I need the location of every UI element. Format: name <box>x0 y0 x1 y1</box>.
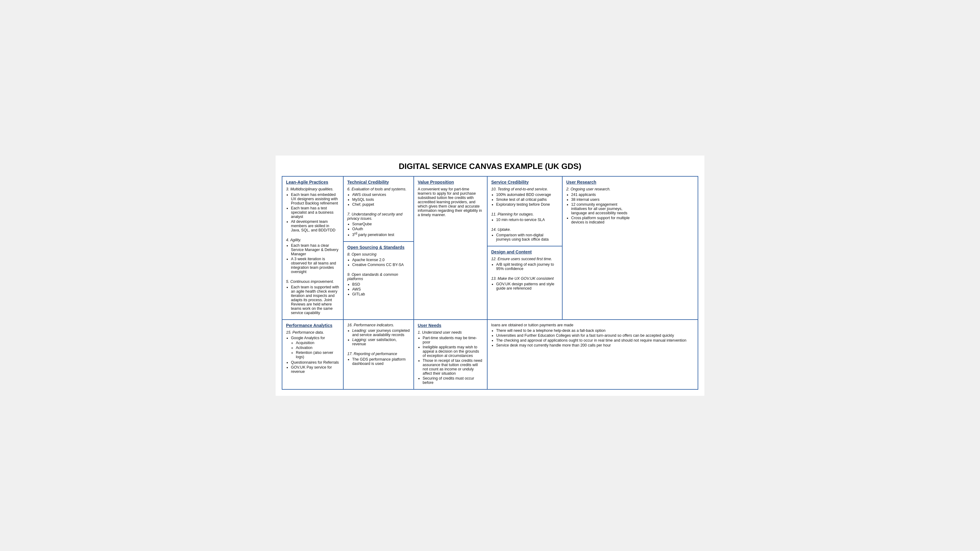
list-item: GOV.UK design patterns and style guide a… <box>496 282 558 291</box>
list-item: 241 applicants <box>571 192 631 197</box>
list-item: 38 internal users <box>571 197 631 202</box>
list-item: MySQL tools <box>352 197 410 202</box>
list-item: SonarQube <box>352 222 410 226</box>
open-sourcing-heading: Open Sourcing & Standards <box>347 245 410 250</box>
list-item: 3rd party penetration test <box>352 232 410 237</box>
list-item: Universities and Further Education Colle… <box>496 333 694 338</box>
list-item: AWS <box>352 287 410 291</box>
service-list1: 100% automated BDD coverage Smoke test o… <box>496 192 558 206</box>
open-list2: BSD AWS GITLab <box>352 282 410 296</box>
list-item: Those in receipt of tax credits need ass… <box>423 359 483 376</box>
lean-agile-heading: Lean-Agile Practices <box>286 180 339 184</box>
service-credibility-cell: Service Credibility 10. Testing of end-t… <box>488 176 562 246</box>
open-p1: 8. Open sourcing <box>347 252 410 257</box>
ur-p1: 2. Ongoing user research. <box>566 187 631 191</box>
ur-list1: 241 applicants 38 internal users 12 comm… <box>571 192 631 224</box>
lean-agile-list2: Each team has a clear Service Manager & … <box>291 243 339 274</box>
list-item: Apache license 2.0 <box>352 258 410 262</box>
user-needs-left-cell: User Needs 1. Understand user needs Part… <box>414 320 488 389</box>
tech-list2: SonarQube OAuth 3rd party penetration te… <box>352 222 410 237</box>
list-item: There will need to be a telephone help-d… <box>496 329 694 333</box>
design-p2: 13. Make the UX GOV.UK consistent <box>491 276 558 281</box>
service-p1: 10. Testing of end-to-end service. <box>491 187 558 191</box>
list-item: OAuth <box>352 227 410 231</box>
list-item: Retention (also server logs) <box>296 351 339 359</box>
value-heading: Value Proposition <box>418 180 483 184</box>
user-needs-right-cell: loans are obtained or tuition payments a… <box>488 320 698 389</box>
list-item: Creative Commons CC BY-SA <box>352 263 410 267</box>
list-item: Lagging: user satisfaction, revenue <box>352 338 410 346</box>
list-item: All development team members are skilled… <box>291 219 339 232</box>
user-needs-heading: User Needs <box>418 323 483 328</box>
list-item: The checking and approval of application… <box>496 338 694 343</box>
list-item: Part-time students may be time-poor <box>423 336 483 345</box>
technical-credibility-cell: Technical Credibility 6. Evaluation of t… <box>344 176 414 242</box>
list-item: Smoke test of all critical paths <box>496 197 558 202</box>
tech-open-stack: Technical Credibility 6. Evaluation of t… <box>344 176 414 319</box>
lean-agile-p1: 3. Multidisciplinary qualities. <box>286 187 339 191</box>
list-item: 10 min return-to-service SLA <box>496 218 558 222</box>
service-p3: 14. Uptake. <box>491 227 558 232</box>
list-item: Chef, puppet <box>352 202 410 206</box>
list-item: Each team has a test specialist and a bu… <box>291 206 339 219</box>
list-item: AWS cloud services <box>352 192 410 197</box>
page-wrapper: DIGITAL SERVICE CANVAS EXAMPLE (UK GDS) … <box>275 156 705 396</box>
user-needs-section: User Needs 1. Understand user needs Part… <box>414 320 698 389</box>
value-proposition-cell: Value Proposition A convenient way for p… <box>414 176 488 319</box>
list-item: Comparison with non-digital journeys usi… <box>496 233 558 241</box>
design-list1: A/B split testing of each journey to 95%… <box>496 262 558 271</box>
service-list3: Comparison with non-digital journeys usi… <box>496 233 558 241</box>
list-item: Each team has a clear Service Manager & … <box>291 243 339 256</box>
list-item: Each team is supported with an agile hea… <box>291 285 339 315</box>
performance-analytics-section: Performance Analytics 15. Performance da… <box>282 320 414 389</box>
performance-heading: Performance Analytics <box>286 323 339 328</box>
user-research-heading: User Research <box>566 180 631 184</box>
technical-heading: Technical Credibility <box>347 180 410 184</box>
design-content-heading: Design and Content <box>491 249 558 254</box>
page-title: DIGITAL SERVICE CANVAS EXAMPLE (UK GDS) <box>282 162 698 171</box>
list-item: A/B split testing of each journey to 95%… <box>496 262 558 271</box>
tech-list1: AWS cloud services MySQL tools Chef, pup… <box>352 192 410 206</box>
lean-agile-list1: Each team has embedded UX designers assi… <box>291 192 339 232</box>
service-p2: 11. Planning for outages. <box>491 212 558 216</box>
list-item: Questionnaires for Referrals <box>291 360 339 365</box>
list-item: Ineligible applicants may wish to appeal… <box>423 345 483 358</box>
list-item: Securing of credits must occur before <box>423 376 483 385</box>
service-list2: 10 min return-to-service SLA <box>496 218 558 222</box>
perf-list1: Google Analytics for Acquisition Activat… <box>291 336 339 374</box>
tech-p2: 7. Understanding of security and privacy… <box>347 212 410 221</box>
list-item: Google Analytics for Acquisition Activat… <box>291 336 339 359</box>
lean-agile-p2: 4. Agility. <box>286 238 339 242</box>
open-p2: 9. Open standards & common platforms <box>347 272 410 281</box>
list-item: Cross platform support for multiple devi… <box>571 216 631 224</box>
perf-left-cell: Performance Analytics 15. Performance da… <box>282 320 344 389</box>
user-research-cell: User Research 2. Ongoing user research. … <box>563 176 635 319</box>
list-item: Exploratory testing before Done <box>496 202 558 206</box>
bottom-row: Performance Analytics 15. Performance da… <box>282 320 698 389</box>
tech-p1: 6. Evaluation of tools and systems. <box>347 187 410 191</box>
un-p1: 1. Understand user needs <box>418 330 483 335</box>
un-list2: There will need to be a telephone help-d… <box>496 329 694 348</box>
list-item: Acquisition <box>296 341 339 345</box>
un-continuation: loans are obtained or tuition payments a… <box>491 323 694 327</box>
list-item: Service desk may not currently handle mo… <box>496 343 694 348</box>
canvas-container: Lean-Agile Practices 3. Multidisciplinar… <box>282 176 698 390</box>
list-item: GOV.UK Pay service for revenue <box>291 365 339 374</box>
design-p1: 12. Ensure users succeed first time. <box>491 257 558 261</box>
perf-right-cell: 16. Performance indicators. Leading: use… <box>344 320 414 389</box>
list-item: A 3 week iteration is observed for all t… <box>291 257 339 274</box>
perf-list3: The GDS performance platform dashboard i… <box>352 357 410 366</box>
open-list1: Apache license 2.0 Creative Commons CC B… <box>352 258 410 267</box>
service-design-stack: Service Credibility 10. Testing of end-t… <box>488 176 563 319</box>
un-list1: Part-time students may be time-poor Inel… <box>423 336 483 385</box>
perf-p3: 17. Reporting of performance <box>347 352 410 356</box>
lean-agile-p3: 5. Continuous improvement. <box>286 279 339 284</box>
open-sourcing-cell: Open Sourcing & Standards 8. Open sourci… <box>344 242 414 301</box>
list-item: The GDS performance platform dashboard i… <box>352 357 410 366</box>
value-text: A convenient way for part-time learners … <box>418 187 483 217</box>
lean-agile-list3: Each team is supported with an agile hea… <box>291 285 339 315</box>
perf-sublist: Acquisition Activation Retention (also s… <box>296 341 339 359</box>
perf-list2: Leading: user journeys completed and ser… <box>352 329 410 346</box>
lean-agile-cell: Lean-Agile Practices 3. Multidisciplinar… <box>282 176 344 319</box>
list-item: Leading: user journeys completed and ser… <box>352 329 410 337</box>
